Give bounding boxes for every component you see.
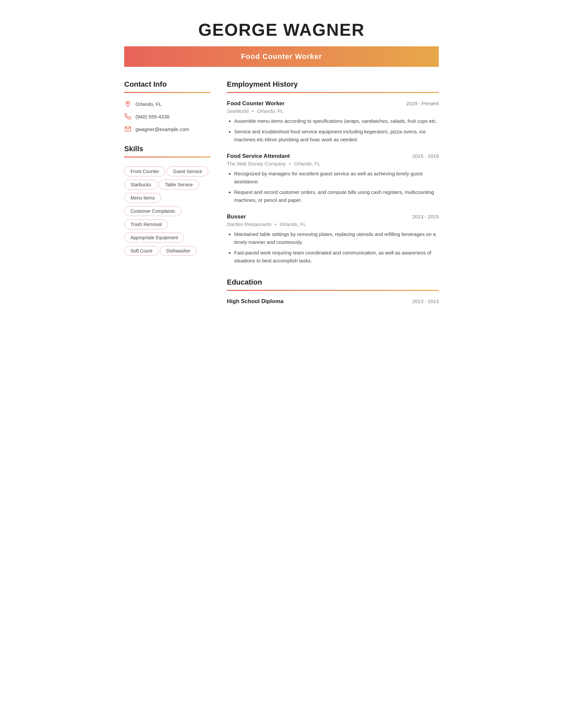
contact-section-title: Contact Info bbox=[124, 80, 210, 89]
education-section: Education High School Diploma2013 - 2013 bbox=[227, 278, 439, 305]
skill-tag: Front Counter bbox=[124, 166, 165, 176]
job-company: SeaWorld • Orlando, FL bbox=[227, 108, 439, 114]
job-bullets: Maintained table settings by removing pl… bbox=[227, 230, 439, 265]
job-company: The Walt Disney Company • Orlando, FL bbox=[227, 161, 439, 166]
job-bullets: Assemble menu items according to specifi… bbox=[227, 117, 439, 144]
skills-tags-container: Front CounterGuest ServiceStarbucksTable… bbox=[124, 165, 210, 257]
job-entry: Food Service Attendant2015 - 2019The Wal… bbox=[227, 153, 439, 204]
skill-tag: Starbucks bbox=[124, 180, 157, 190]
job-bullet: Assemble menu items according to specifi… bbox=[234, 117, 439, 125]
education-header: High School Diploma2013 - 2013 bbox=[227, 298, 439, 305]
job-bullet: Fast-paced work requiring team coordinat… bbox=[234, 249, 439, 265]
job-dates: 2013 - 2015 bbox=[412, 214, 439, 219]
email-icon bbox=[124, 125, 131, 133]
skill-tag: Dishwasher bbox=[160, 246, 197, 256]
education-divider bbox=[227, 290, 439, 291]
job-dates: 2015 - 2019 bbox=[412, 153, 439, 159]
skill-tag: Guest Service bbox=[166, 166, 208, 176]
skills-divider bbox=[124, 157, 210, 158]
phone-icon bbox=[124, 113, 131, 120]
job-bullet: Service and troubleshoot food service eq… bbox=[234, 128, 439, 144]
svg-point-0 bbox=[127, 102, 128, 104]
job-dates: 2019 - Present bbox=[406, 101, 439, 106]
education-section-title: Education bbox=[227, 278, 439, 287]
skill-tag: Soft Count bbox=[124, 246, 159, 256]
skills-section: Skills Front CounterGuest ServiceStarbuc… bbox=[124, 145, 210, 257]
contact-divider bbox=[124, 92, 210, 93]
job-bullets: Recognized by managers for excellent gue… bbox=[227, 170, 439, 204]
employment-divider bbox=[227, 92, 439, 93]
skill-tag: Menu Items bbox=[124, 193, 161, 203]
education-title: High School Diploma bbox=[227, 298, 284, 305]
employment-section: Employment History Food Counter Worker20… bbox=[227, 80, 439, 265]
job-entry: Food Counter Worker2019 - PresentSeaWorl… bbox=[227, 100, 439, 144]
skill-tag: Table Service bbox=[159, 180, 199, 190]
contact-phone: (940) 555-4338 bbox=[124, 113, 210, 120]
skills-section-title: Skills bbox=[124, 145, 210, 153]
job-header: Food Counter Worker2019 - Present bbox=[227, 100, 439, 107]
job-title: Food Counter Worker bbox=[227, 100, 285, 107]
job-bullet: Request and record customer orders, and … bbox=[234, 188, 439, 204]
contact-location: Orlando, FL bbox=[124, 100, 210, 108]
contact-email: gwagner@example.com bbox=[124, 125, 210, 133]
email-text: gwagner@example.com bbox=[135, 126, 189, 132]
skill-tag: Customer Complaints bbox=[124, 206, 181, 216]
job-title: Busser bbox=[227, 213, 246, 220]
job-header: Busser2013 - 2015 bbox=[227, 213, 439, 220]
education-entry: High School Diploma2013 - 2013 bbox=[227, 298, 439, 305]
location-text: Orlando, FL bbox=[135, 101, 162, 107]
location-icon bbox=[124, 100, 131, 108]
job-company: Darden Restaurants • Orlando, FL bbox=[227, 221, 439, 227]
job-entry: Busser2013 - 2015Darden Restaurants • Or… bbox=[227, 213, 439, 265]
employment-section-title: Employment History bbox=[227, 80, 439, 89]
education-dates: 2013 - 2013 bbox=[412, 298, 439, 304]
job-title: Food Service Attendant bbox=[227, 153, 290, 159]
candidate-name: GEORGE WAGNER bbox=[124, 20, 439, 40]
skill-tag: Trash Removal bbox=[124, 219, 168, 229]
job-header: Food Service Attendant2015 - 2019 bbox=[227, 153, 439, 159]
contact-section: Contact Info Orlando, FL bbox=[124, 80, 210, 133]
job-bullet: Maintained table settings by removing pl… bbox=[234, 230, 439, 246]
skill-tag: Appropriate Equipment bbox=[124, 233, 184, 243]
candidate-title: Food Counter Worker bbox=[241, 52, 322, 61]
job-bullet: Recognized by managers for excellent gue… bbox=[234, 170, 439, 186]
title-bar: Food Counter Worker bbox=[124, 46, 439, 67]
sidebar: Contact Info Orlando, FL bbox=[124, 80, 210, 314]
phone-text: (940) 555-4338 bbox=[135, 114, 169, 119]
main-content: Employment History Food Counter Worker20… bbox=[227, 80, 439, 314]
